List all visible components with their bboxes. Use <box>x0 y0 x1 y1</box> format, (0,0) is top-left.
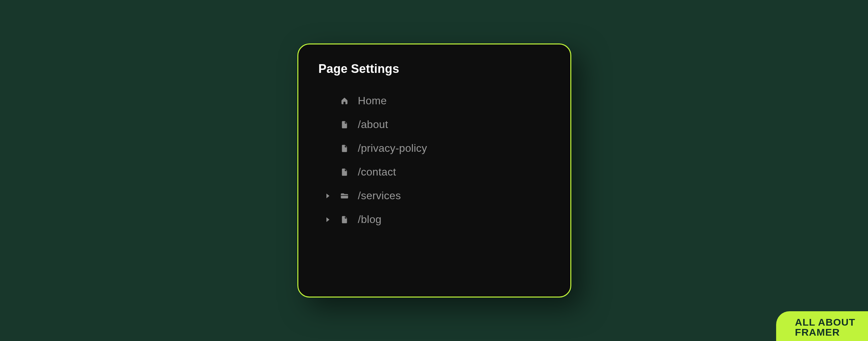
page-item-label: Home <box>358 95 387 107</box>
brand-line-2: FRAMER <box>795 327 855 338</box>
brand-line-1: ALL ABOUT <box>795 317 855 328</box>
file-icon <box>340 144 349 153</box>
chevron-right-icon[interactable] <box>327 194 330 198</box>
page-item-label: /contact <box>358 166 396 178</box>
page-item-label: /services <box>358 190 401 202</box>
page-item-label: /privacy-policy <box>358 142 427 154</box>
home-icon <box>340 96 349 106</box>
file-icon <box>340 120 349 130</box>
page-settings-panel: Page Settings Home/about/privacy-policy/… <box>297 44 571 297</box>
page-item-label: /blog <box>358 213 381 226</box>
folder-icon <box>340 191 349 201</box>
expand-slot[interactable] <box>324 194 331 198</box>
file-icon <box>340 168 349 177</box>
page-item-home[interactable]: Home <box>324 95 550 107</box>
brand-badge: ALL ABOUT FRAMER <box>776 311 868 341</box>
expand-slot[interactable] <box>324 217 331 222</box>
page-item-services[interactable]: /services <box>324 190 550 202</box>
page-item-blog[interactable]: /blog <box>324 213 550 226</box>
svg-rect-0 <box>341 195 348 196</box>
page-list: Home/about/privacy-policy/contact/servic… <box>318 95 550 226</box>
page-item-privacy-policy[interactable]: /privacy-policy <box>324 142 550 154</box>
page-item-contact[interactable]: /contact <box>324 166 550 178</box>
chevron-right-icon[interactable] <box>327 217 330 222</box>
file-icon <box>340 215 349 224</box>
page-item-label: /about <box>358 118 388 131</box>
page-item-about[interactable]: /about <box>324 118 550 131</box>
panel-title: Page Settings <box>318 62 550 76</box>
